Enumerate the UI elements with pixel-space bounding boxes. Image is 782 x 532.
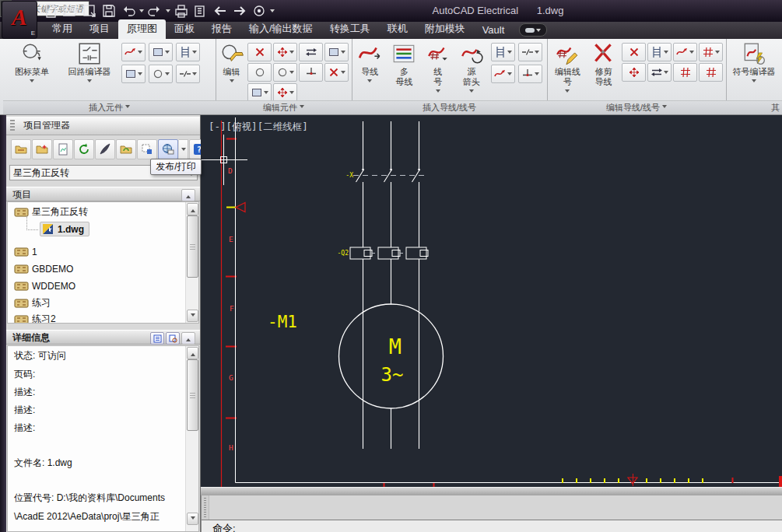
- delete-wire-number-button[interactable]: [622, 43, 646, 61]
- move-attribute-button[interactable]: [273, 83, 297, 102]
- delete-connector-button[interactable]: [324, 63, 349, 82]
- tab-online[interactable]: 联机: [379, 19, 416, 39]
- palette-grip[interactable]: [10, 120, 15, 131]
- back-button[interactable]: [212, 2, 229, 19]
- add-rung-button[interactable]: [647, 43, 672, 61]
- panel-label-edit-wires[interactable]: 编辑导线/线号: [547, 100, 726, 114]
- link-components-button[interactable]: [299, 63, 323, 82]
- redo-button[interactable]: [146, 2, 163, 19]
- tab-reports[interactable]: 报告: [203, 19, 240, 39]
- scroll-down-button[interactable]: [187, 310, 198, 322]
- copy-component-button[interactable]: [247, 63, 272, 82]
- motor-tag[interactable]: -M1: [268, 313, 297, 331]
- selected-drawing[interactable]: 1.dwg: [40, 222, 89, 236]
- wire-button[interactable]: 导线: [355, 41, 384, 85]
- open-project-button[interactable]: [81, 2, 98, 19]
- motor-symbol[interactable]: M 3~: [339, 304, 444, 408]
- drawing-canvas[interactable]: [-][俯视][二维线框] D E F G H: [201, 115, 782, 487]
- tab-home[interactable]: 常用: [44, 19, 81, 39]
- swap-components-button[interactable]: [273, 63, 297, 82]
- tab-panel[interactable]: 面板: [166, 19, 203, 39]
- icon-menu-flyout[interactable]: [30, 79, 34, 85]
- wire-symbols-button[interactable]: [121, 43, 146, 61]
- new-drawing-button[interactable]: [53, 139, 73, 159]
- edit-wire-number-button[interactable]: 编辑线 号: [550, 41, 585, 95]
- tree-node-project[interactable]: 1: [14, 243, 37, 260]
- tab-conversion-tools[interactable]: 转换工具: [321, 19, 379, 39]
- save-button[interactable]: [100, 2, 117, 19]
- open-file-button[interactable]: [61, 2, 79, 19]
- edit-component-flyout[interactable]: [230, 79, 234, 85]
- panel-label-edit-components[interactable]: 编辑元件: [216, 100, 352, 114]
- align-wire-number-button[interactable]: [673, 63, 697, 82]
- align-components-button[interactable]: [324, 43, 349, 61]
- tree-scrollbar[interactable]: [185, 202, 198, 323]
- edit-wire-number-flyout[interactable]: [565, 89, 570, 95]
- tree-node-project[interactable]: 练习2: [14, 311, 56, 324]
- details-preview-button[interactable]: [166, 332, 180, 345]
- tree-node-drawing[interactable]: 1.dwg: [26, 221, 89, 237]
- ribbon-options-button[interactable]: [519, 23, 547, 37]
- palette-splitter[interactable]: [6, 324, 200, 330]
- tree-node-project[interactable]: GBDEMO: [14, 261, 73, 277]
- source-arrow-button[interactable]: 源 箭头: [455, 41, 488, 95]
- new-file-button[interactable]: [42, 2, 59, 19]
- scroll-thumb[interactable]: [187, 215, 198, 278]
- scoot-button[interactable]: [622, 63, 646, 82]
- terminal-strip-button[interactable]: [176, 43, 200, 61]
- redo-dropdown[interactable]: [166, 9, 170, 15]
- retag-components-button[interactable]: [299, 43, 323, 61]
- details-list-button[interactable]: [150, 332, 164, 345]
- panel-footprint-button[interactable]: [121, 65, 146, 83]
- tree-node-project[interactable]: WDDEMO: [14, 278, 75, 294]
- viewport-controls[interactable]: [-][俯视][二维线框]: [209, 121, 308, 132]
- multi-bus-button[interactable]: 多 母线: [387, 41, 420, 87]
- angled-wire-button[interactable]: [491, 65, 515, 83]
- undo-dropdown[interactable]: [139, 9, 144, 15]
- move-wire-number-button[interactable]: [699, 43, 723, 61]
- overload-relay[interactable]: -Q2: [338, 247, 428, 259]
- command-prompt-area[interactable]: 命令:: [202, 520, 782, 532]
- undo-button[interactable]: [120, 2, 137, 19]
- tab-vault[interactable]: Vault: [474, 22, 514, 39]
- tree-node-project[interactable]: 练习: [14, 295, 51, 311]
- drawing-border[interactable]: [236, 117, 782, 483]
- project-manager-titlebar[interactable]: 项目管理器: [6, 117, 200, 135]
- project-manager-button[interactable]: [11, 139, 31, 159]
- publish-dwf-button[interactable]: [95, 139, 115, 159]
- trim-wire-button[interactable]: 修剪 导线: [588, 41, 619, 87]
- panel-label-other-tools[interactable]: 其: [726, 100, 782, 114]
- refresh-button[interactable]: [74, 139, 94, 159]
- scroll-thumb[interactable]: [187, 359, 198, 431]
- plot-button[interactable]: [173, 2, 190, 19]
- edit-attributes-button[interactable]: [247, 83, 272, 102]
- orbit-button[interactable]: [251, 2, 268, 19]
- sheet-set-button[interactable]: [192, 2, 209, 19]
- wire-gap-button[interactable]: [518, 43, 542, 61]
- projects-collapse-button[interactable]: [181, 189, 195, 201]
- edit-component-button[interactable]: 编辑: [219, 41, 244, 85]
- panel-label-insert-wires[interactable]: 插入导线/线号: [352, 100, 547, 114]
- details-collapse-button[interactable]: [181, 332, 195, 345]
- source-arrow-flyout[interactable]: [469, 89, 474, 95]
- scroll-down-button[interactable]: [187, 513, 198, 525]
- tree-node-project[interactable]: 星三角正反转: [14, 204, 88, 220]
- project-update-button[interactable]: [116, 139, 136, 159]
- mark-verify-button[interactable]: [137, 139, 157, 159]
- delete-component-button[interactable]: [247, 43, 272, 61]
- tab-import-export[interactable]: 输入/输出数据: [240, 19, 321, 39]
- tab-schematic[interactable]: 原理图: [118, 19, 166, 39]
- insert-component-dialog-button[interactable]: [149, 65, 173, 83]
- recalc-wire-number-button[interactable]: [699, 63, 723, 82]
- circuit-builder-flyout[interactable]: [87, 79, 92, 85]
- scroll-up-button[interactable]: [187, 347, 198, 359]
- symbol-builder-flyout[interactable]: [752, 79, 756, 85]
- icon-menu-button[interactable]: 图标菜单: [6, 41, 58, 85]
- tab-project[interactable]: 项目: [81, 19, 118, 39]
- reverse-wire-button[interactable]: [647, 63, 672, 82]
- wire-number-button[interactable]: 线 号: [423, 41, 451, 95]
- publish-plot-dropdown[interactable]: [179, 139, 188, 159]
- qat-overflow-dropdown[interactable]: [270, 9, 275, 15]
- wire-number-flyout[interactable]: [436, 89, 440, 95]
- details-scrollbar[interactable]: [185, 346, 198, 531]
